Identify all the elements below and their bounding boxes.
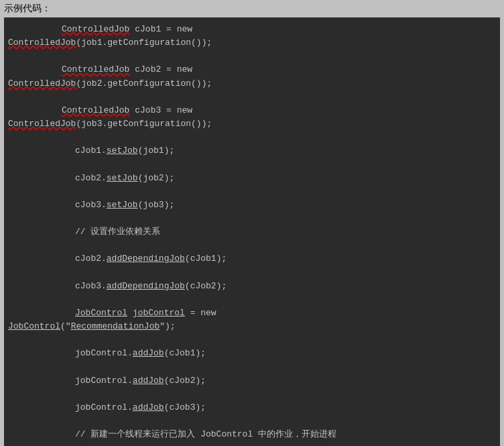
code-line-8: cJob2.setJob(job2); (8, 172, 496, 185)
controlled-job-6-kw: ControlledJob (8, 119, 76, 129)
code-line-12: JobControl jobControl = new (8, 306, 496, 320)
controlled-job-2-kw: ControlledJob (8, 38, 76, 48)
code-line-15: jobControl.addJob(cJob2); (8, 374, 496, 388)
code-line-blank-7 (8, 239, 496, 252)
job-control-var: jobControl (133, 308, 185, 318)
code-line-blank-13 (8, 414, 496, 428)
controlled-job-3-kw: ControlledJob (62, 64, 129, 74)
code-line-10: cJob2.addDependingJob(cJob1); (8, 252, 496, 266)
recommendation-job-str: RecommendationJob (71, 321, 160, 331)
code-line-blank-2 (8, 91, 496, 104)
code-line-3: ControlledJob cJob2 = new (8, 63, 496, 76)
code-line-blank-3 (8, 131, 496, 144)
add-depending-job-2: addDependingJob (107, 281, 185, 291)
code-line-comment-2: // 新建一个线程来运行已加入 JobControl 中的作业，开始进程 (8, 428, 496, 441)
code-line-blank-9 (8, 293, 496, 306)
code-line-blank-4 (8, 158, 496, 171)
code-line-1: ControlledJob cJob1 = new (8, 23, 496, 36)
page-container: 示例代码： ControlledJob cJob1 = new Controll… (0, 0, 504, 446)
set-job-3: setJob (107, 200, 138, 210)
add-job-1: addJob (133, 348, 164, 358)
code-line-blank-1 (8, 50, 496, 63)
code-line-14: jobControl.addJob(cJob1); (8, 347, 496, 360)
set-job-1: setJob (107, 146, 138, 156)
code-line-4: ControlledJob(job2.getConfiguration()); (8, 77, 496, 91)
code-line-blank-8 (8, 266, 496, 280)
code-block: ControlledJob cJob1 = new ControlledJob(… (4, 17, 500, 446)
header-label: 示例代码： (4, 3, 500, 15)
controlled-job-4-kw: ControlledJob (8, 78, 76, 89)
code-line-blank-11 (8, 361, 496, 374)
code-line-comment-1: // 设置作业依赖关系 (8, 225, 496, 239)
code-line-blank-12 (8, 388, 496, 401)
code-line-blank-10 (8, 333, 496, 347)
add-job-3: addJob (133, 402, 164, 412)
add-job-2: addJob (133, 376, 164, 386)
code-line-6: ControlledJob(job3.getConfiguration()); (8, 117, 496, 131)
job-control-kw-2: JobControl (8, 321, 60, 331)
code-line-13: JobControl("RecommendationJob"); (8, 320, 496, 333)
code-line-9: cJob3.setJob(job3); (8, 199, 496, 212)
controlled-job-5-kw: ControlledJob (62, 105, 129, 115)
job-control-kw-1: JobControl (75, 308, 127, 318)
code-line-blank-5 (8, 185, 496, 199)
code-line-7: cJob1.setJob(job1); (8, 144, 496, 158)
code-line-11: cJob3.addDependingJob(cJob2); (8, 280, 496, 293)
set-job-2: setJob (107, 173, 138, 183)
code-line-2: ControlledJob(job1.getConfiguration()); (8, 36, 496, 50)
code-line-blank-6 (8, 212, 496, 225)
code-line-5: ControlledJob cJob3 = new (8, 104, 496, 117)
add-depending-job-1: addDependingJob (107, 254, 185, 264)
code-line-16: jobControl.addJob(cJob3); (8, 401, 496, 414)
controlled-job-1-kw: ControlledJob (62, 24, 129, 34)
